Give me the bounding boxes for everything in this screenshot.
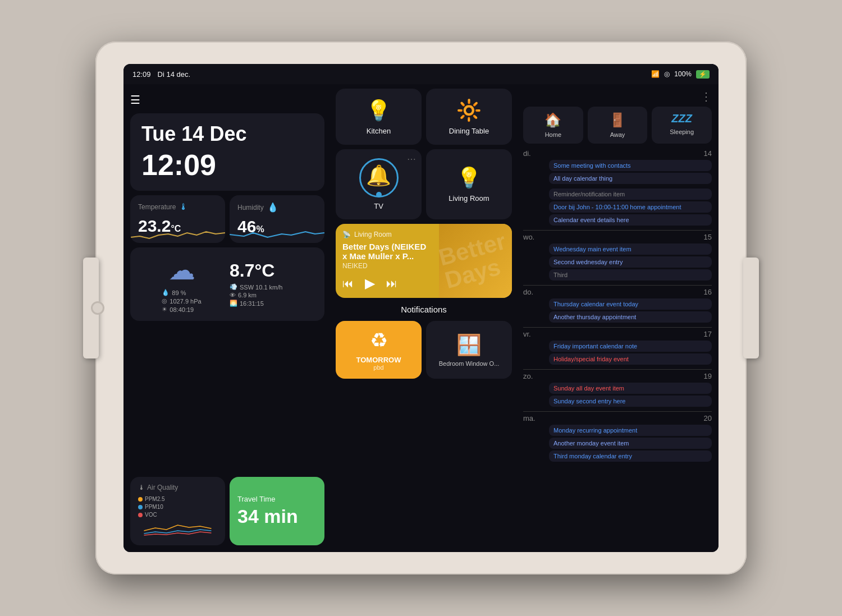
tv-ring: 🔔 xyxy=(359,158,399,197)
tablet-shell: 12:09 Di 14 dec. 📶 ◎ 100% ⚡ ☰ Tue 14 Dec… xyxy=(95,42,747,574)
cal-event[interactable]: Another thursday appointment xyxy=(549,311,712,323)
home-button[interactable] xyxy=(91,301,104,315)
music-source: Living Room xyxy=(354,231,392,238)
recycle-notif-card[interactable]: ♻ TOMORROW pbd xyxy=(336,321,422,379)
cal-event[interactable]: Some meeting with contacts xyxy=(549,160,712,171)
cal-day14-num: 14 xyxy=(549,149,712,158)
cal-event[interactable]: All day calendar thing xyxy=(549,173,712,184)
pressure-icon: ◎ xyxy=(162,297,167,305)
cal-event[interactable]: Reminder/notification item xyxy=(549,189,712,200)
cal-day16-num: 16 xyxy=(549,288,712,296)
cal-event-text: Sunday all day event item xyxy=(553,385,707,392)
away-mode-btn[interactable]: 🚪 Away xyxy=(588,107,648,144)
away-mode-icon: 🚪 xyxy=(609,112,626,128)
sleep-mode-btn[interactable]: ZZZ Sleeping xyxy=(652,107,712,144)
recycle-notif-label: TOMORROW xyxy=(356,356,401,364)
wind-icon: 💨 xyxy=(230,283,237,291)
cal-day-14: di. 14 Some meeting with contacts All da… xyxy=(523,149,712,184)
music-artist: NEIKED xyxy=(342,262,432,270)
home-mode-label: Home xyxy=(545,131,561,138)
cast-icon: 📡 xyxy=(342,231,351,238)
cal-day19-label: zo. xyxy=(523,372,546,380)
cal-day20-label: ma. xyxy=(523,414,546,422)
outside-stats: 💧 89 % ◎ 1027.9 hPa ☀ 08:40:19 xyxy=(162,289,201,314)
cal-day17-num: 17 xyxy=(549,330,712,338)
visibility-icon: 👁 xyxy=(230,292,236,298)
kitchen-light-card[interactable]: 💡 Kitchen xyxy=(336,89,422,145)
cal-event[interactable]: Wednesday main event item xyxy=(549,243,712,255)
play-button[interactable]: ▶ xyxy=(365,275,375,291)
cal-day-20: ma. 20 Monday recurring appointment Anot… xyxy=(523,414,712,462)
outside-weather-card[interactable]: ☁ 💧 89 % ◎ 1027.9 hPa ☀ xyxy=(130,247,324,321)
cal-event-text: Some meeting with contacts xyxy=(553,162,707,169)
travel-time-card[interactable]: Travel Time 34 min xyxy=(230,477,324,545)
time-display: 12:09 xyxy=(141,148,313,182)
cal-event[interactable]: Holiday/special friday event xyxy=(549,353,712,365)
cal-day15-label: wo. xyxy=(523,233,546,241)
temp-sparkline xyxy=(130,226,225,243)
ppm10-label: PPM10 xyxy=(145,504,163,510)
travel-label: Travel Time xyxy=(237,495,317,503)
cal-event[interactable]: Third monday calendar entry xyxy=(549,450,712,462)
status-time: 12:09 xyxy=(132,70,151,79)
aq-thermometer-icon: 🌡 xyxy=(138,484,145,491)
weather-row: Temperature 🌡 23.2°C Humidity xyxy=(130,195,324,243)
cal-event-text: Third xyxy=(553,272,707,278)
cal-event[interactable]: Friday important calendar note xyxy=(549,341,712,352)
cal-day15-num: 15 xyxy=(549,233,712,241)
prev-button[interactable]: ⏮ xyxy=(342,277,354,290)
cal-event[interactable]: Sunday all day event item xyxy=(549,383,712,394)
cal-event[interactable]: Door bij John - 10:00-11:00 home appoint… xyxy=(549,201,712,213)
more-menu-btn[interactable]: ⋮ xyxy=(523,89,712,107)
tv-more-btn[interactable]: ⋯ xyxy=(407,154,416,164)
travel-time-value: 34 min xyxy=(237,505,317,527)
cal-day17-label: vr. xyxy=(523,330,546,338)
cal-event-text: Reminder/notification item xyxy=(553,191,707,197)
menu-icon[interactable]: ☰ xyxy=(130,91,324,109)
temperature-card[interactable]: Temperature 🌡 23.2°C xyxy=(130,195,225,243)
main-content: ☰ Tue 14 Dec 12:09 Temperature 🌡 xyxy=(123,84,719,552)
kitchen-light-icon: 💡 xyxy=(366,99,391,122)
cal-event-text: Friday important calendar note xyxy=(553,343,707,350)
outside-weather-right: 8.7°C 💨 SSW 10.1 km/h 👁 6.9 km xyxy=(230,254,317,314)
next-button[interactable]: ⏭ xyxy=(386,277,397,290)
cal-day20-num: 20 xyxy=(549,414,712,422)
cal-day14-label: di. xyxy=(523,149,546,158)
sleep-mode-icon: ZZZ xyxy=(671,112,692,125)
home-mode-icon: 🏠 xyxy=(544,112,561,128)
thermometer-icon: 🌡 xyxy=(179,202,188,212)
home-mode-btn[interactable]: 🏠 Home xyxy=(523,107,583,144)
drop-icon: 💧 xyxy=(162,289,170,296)
cal-day-19: zo. 19 Sunday all day event item Sunday … xyxy=(523,372,712,407)
cal-event[interactable]: Sunday second entry here xyxy=(549,396,712,407)
kitchen-light-label: Kitchen xyxy=(367,127,391,135)
window-notif-card[interactable]: 🪟 Bedroom Window O... xyxy=(426,321,512,379)
cal-day-15: wo. 15 Wednesday main event item Second … xyxy=(523,233,712,281)
status-date: Di 14 dec. xyxy=(158,70,191,79)
aq-chart xyxy=(138,520,217,536)
cal-event[interactable]: Second wednesday entry xyxy=(549,256,712,268)
living-light-icon: 💡 xyxy=(456,166,482,190)
left-panel: ☰ Tue 14 Dec 12:09 Temperature 🌡 xyxy=(123,84,331,552)
music-card[interactable]: 📡 Living Room Better Days (NEIKED x Mae … xyxy=(336,224,512,298)
date-display: Tue 14 Dec xyxy=(141,122,313,146)
air-quality-card[interactable]: 🌡 Air Quality PPM2.5 PPM10 xyxy=(130,477,225,545)
music-album-art: BetterDays xyxy=(439,224,512,298)
outside-temp: 8.7°C xyxy=(230,260,317,281)
music-title: Better Days (NEIKED x Mae Muller x P... xyxy=(342,242,432,261)
cal-event[interactable]: Another monday event item xyxy=(549,438,712,449)
cal-event[interactable]: Thursday calendar event today xyxy=(549,298,712,310)
cal-event-text: Thursday calendar event today xyxy=(553,301,707,307)
cal-event-text: Sunday second entry here xyxy=(553,398,707,404)
cal-day16-label: do. xyxy=(523,288,546,296)
living-light-card[interactable]: 💡 Living Room xyxy=(426,149,512,219)
humidity-card[interactable]: Humidity 💧 46% xyxy=(230,195,324,243)
outside-wind: 💨 SSW 10.1 km/h 👁 6.9 km 🌅 16:31:15 xyxy=(230,283,317,308)
dining-light-card[interactable]: 🔆 Dining Table xyxy=(426,89,512,145)
tv-icon: 🔔 xyxy=(366,164,391,187)
cal-event[interactable]: Monday recurring appointment xyxy=(549,425,712,436)
cal-event[interactable]: Third xyxy=(549,269,712,281)
recycle-icon: ♻ xyxy=(370,329,388,352)
cal-event[interactable]: Calendar event details here xyxy=(549,214,712,226)
tv-card[interactable]: ⋯ 🔔 TV xyxy=(336,149,422,219)
